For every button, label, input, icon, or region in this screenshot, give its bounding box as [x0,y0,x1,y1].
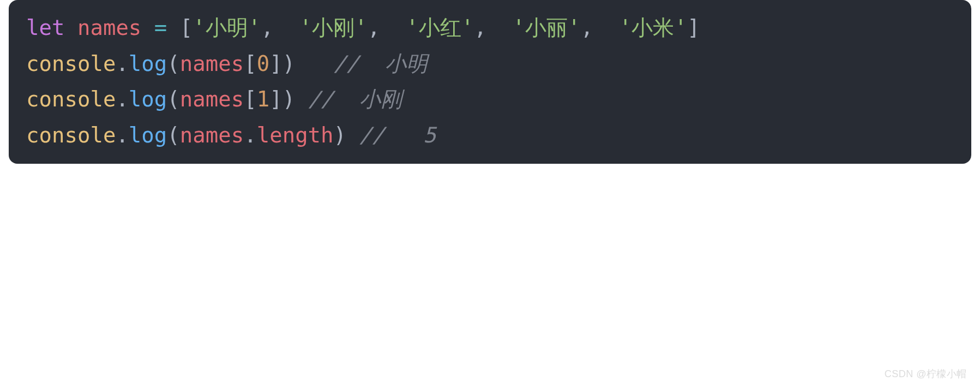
bracket-close: ] [687,15,700,40]
str-5: '小米' [619,15,687,40]
bracket-open: [ [244,51,256,76]
bracket-close: ] [269,51,282,76]
str-3: '小红' [406,15,474,40]
dot: . [116,87,128,111]
str-1: '小明' [193,15,261,40]
arg-names: names [180,123,244,147]
obj-console: console [26,123,116,147]
num-1: 1 [257,87,269,111]
str-4: '小丽' [513,15,581,40]
comment: // 5 [359,123,436,147]
watermark: CSDN @柠檬小帽 [885,367,967,380]
comma: , [581,15,593,40]
code-wrapper: let names = ['小明', '小刚', '小红', '小丽', '小米… [9,0,971,164]
var-names: names [77,15,141,40]
paren-close: ) [282,87,295,111]
paren-open: ( [167,51,179,76]
comment: // 小刚 [308,87,402,111]
paren-open: ( [167,87,179,111]
prop-length: length [257,123,334,147]
code-line-3: console.log(names[1]) // 小刚 [26,87,402,111]
method-log: log [129,123,167,147]
comma: , [261,15,273,40]
obj-console: console [26,51,116,76]
bracket-close: ] [269,87,282,111]
paren-close: ) [334,123,346,147]
comment: // 小明 [334,51,428,76]
dot: . [244,123,256,147]
bracket-open: [ [180,15,193,40]
code-block: let names = ['小明', '小刚', '小红', '小丽', '小米… [9,0,971,164]
paren-close: ) [282,51,295,76]
code-line-4: console.log(names.length) // 5 [26,123,436,147]
bracket-open: [ [244,87,256,111]
arg-names: names [180,87,244,111]
dot: . [116,51,128,76]
method-log: log [129,87,167,111]
code-line-2: console.log(names[0]) // 小明 [26,51,428,76]
comma: , [474,15,486,40]
op-eq: = [154,15,167,40]
method-log: log [129,51,167,76]
str-2: '小刚' [299,15,368,40]
code-line-1: let names = ['小明', '小刚', '小红', '小丽', '小米… [26,15,700,40]
keyword-let: let [26,15,64,40]
arg-names: names [180,51,244,76]
comma: , [368,15,380,40]
obj-console: console [26,87,116,111]
paren-open: ( [167,123,179,147]
num-0: 0 [257,51,269,76]
dot: . [116,123,128,147]
